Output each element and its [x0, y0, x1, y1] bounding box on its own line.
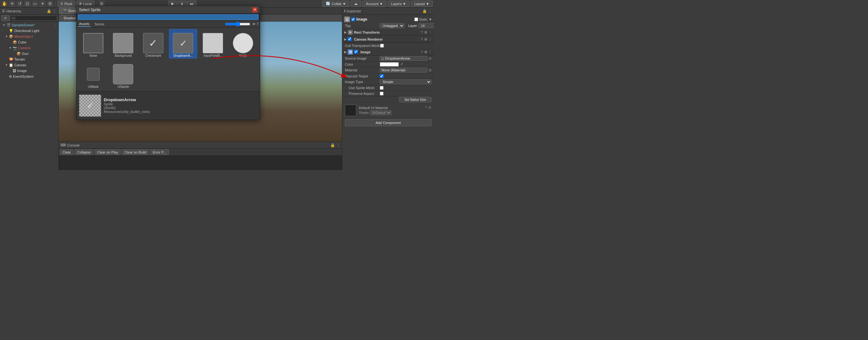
tree-item-eventsystem[interactable]: ⚙ EventSystem [0, 73, 58, 79]
size-slider[interactable] [225, 22, 250, 27]
sprite-mesh-checkbox[interactable] [380, 86, 383, 90]
custom-tool-icon[interactable]: ⚙ [47, 1, 53, 7]
sprite-search-input[interactable] [78, 14, 258, 20]
scene-menu-dots[interactable]: ⋮ [54, 24, 58, 27]
canvas-renderer-settings-icon[interactable]: ⚙ [424, 37, 427, 41]
preserve-checkbox[interactable] [380, 92, 383, 95]
cloud-button[interactable]: ☁ [350, 1, 361, 7]
image-section-checkbox[interactable] [354, 50, 358, 54]
cull-transparent-value [380, 44, 431, 48]
rect-transform-section[interactable]: ▶ ⊞ Rect Transform ? ⚙ ⋮ [342, 29, 434, 36]
tree-item-terrain[interactable]: 🌄 Terrain [0, 57, 58, 62]
console-panel: ⌨ Console 🔒 ⋮ Clear Collapse Clear on Pl… [59, 142, 342, 170]
camera-icon: 📷 [13, 46, 17, 50]
sprite-label-background: Background [115, 54, 132, 57]
material-link-icon[interactable]: ⊙ [429, 68, 431, 72]
raycast-checkbox[interactable] [380, 74, 383, 78]
tree-arrow-canvas: ▼ [5, 63, 9, 67]
color-picker[interactable] [380, 62, 399, 67]
sprite-item-background[interactable]: Background [109, 29, 137, 59]
tree-item-directional-light[interactable]: 💡 Directional Light [0, 28, 58, 34]
clear-button[interactable]: Clear [60, 149, 73, 155]
add-object-button[interactable]: + [1, 15, 9, 21]
dialog-close-button[interactable]: ✕ [252, 7, 257, 12]
rotate-tool-icon[interactable]: ↺ [17, 1, 23, 7]
top-right-controls: 🔄 Collab ▼ ☁ Account ▼ Layers ▼ Layout ▼ [322, 1, 433, 7]
transform-tool-icon[interactable]: ✦ [39, 1, 46, 7]
clear-on-play-button[interactable]: Clear on Play [95, 149, 121, 155]
pivot-button[interactable]: ⊙ Pivot [57, 1, 75, 7]
error-pause-button[interactable]: Error P... [150, 149, 169, 155]
component-enabled-checkbox[interactable] [351, 18, 355, 21]
cull-transparent-checkbox[interactable] [380, 44, 384, 48]
scale-tool-icon[interactable]: ⊡ [24, 1, 30, 7]
sprite-item-none[interactable]: None [79, 29, 107, 59]
sprite-item-dropdownarrow[interactable]: ✓ DropdownA... [169, 29, 197, 59]
rect-actions: ? ⚙ ⋮ [421, 30, 432, 35]
tree-item-cube[interactable]: 📦 Cube [0, 39, 58, 45]
image-settings-icon[interactable]: ⚙ [424, 50, 427, 54]
layer-dropdown[interactable]: UI [418, 23, 434, 28]
image-section-title: Image [361, 50, 371, 54]
layers-button[interactable]: Layers ▼ [388, 1, 410, 7]
canvas-renderer-checkbox[interactable] [348, 37, 351, 41]
rect-more-icon[interactable]: ⋮ [429, 30, 432, 35]
hierarchy-menu-icon[interactable]: ⋮ [53, 9, 57, 13]
canvas-renderer-more-icon[interactable]: ⋮ [429, 37, 432, 41]
material-row: Material None (Material) ⊙ [342, 67, 434, 73]
add-component-button[interactable]: Add Component [345, 119, 431, 126]
image-more-icon[interactable]: ⋮ [429, 50, 432, 54]
clear-on-build-button[interactable]: Clear on Build [122, 149, 149, 155]
tag-dropdown[interactable]: Untagged [380, 23, 404, 28]
source-image-link-icon[interactable]: ⊙ [429, 57, 431, 61]
native-size-button[interactable]: Set Native Size [399, 97, 431, 102]
hierarchy-search[interactable] [10, 16, 57, 21]
canvas-renderer-section[interactable]: ▶ Canvas Renderer ? ⚙ ⋮ [342, 36, 434, 43]
move-tool-icon[interactable]: ✛ [9, 1, 15, 7]
tab-scene[interactable]: Scene [93, 22, 106, 27]
sprite-item-knob[interactable]: Knob [229, 29, 257, 59]
image-type-dropdown[interactable]: Simple [380, 79, 431, 84]
sprite-item-uimask[interactable]: UIMask [79, 60, 107, 90]
tab-assets[interactable]: Assets [78, 21, 91, 27]
image-section-actions: ? ⚙ ⋮ [421, 50, 432, 54]
sprite-item-inputfieldb[interactable]: InputFieldB... [198, 29, 227, 59]
material-preview-section: Default UI Material ? ⚙ Shader UI/Defaul… [342, 103, 434, 117]
material-field[interactable]: None (Material) [380, 67, 427, 73]
material-help-icon[interactable]: ? [425, 105, 427, 110]
layout-button[interactable]: Layout ▼ [411, 1, 433, 7]
collapse-button[interactable]: Collapse [74, 149, 93, 155]
tree-item-samplescene[interactable]: ▼ 🎬 SampleScene* ⋮ [0, 22, 58, 28]
component-image-icon: 🖼 [344, 17, 350, 22]
account-button[interactable]: Account ▼ [362, 1, 386, 7]
collab-button[interactable]: 🔄 Collab ▼ [322, 1, 349, 7]
shader-dropdown[interactable]: UI/Default [370, 111, 392, 115]
static-checkbox[interactable] [414, 18, 418, 21]
rect-tool-icon[interactable]: ▭ [32, 1, 38, 7]
image-help-icon[interactable]: ? [421, 50, 423, 54]
console-menu-icon[interactable]: ⋮ [336, 143, 340, 148]
tree-item-camera[interactable]: ▼ 📷 Camera [0, 45, 58, 51]
canvas-renderer-help-icon[interactable]: ? [421, 37, 423, 41]
image-section[interactable]: ▶ 🖼 Image ? ⚙ ⋮ [342, 49, 434, 56]
sprite-item-checkmark[interactable]: ✓ Checkmark [139, 29, 167, 59]
tree-item-canvas[interactable]: ▼ 📋 Canvas [0, 62, 58, 68]
dialog-header: Select Sprite ✕ [76, 6, 260, 13]
object-icon-mo: 📦 [9, 35, 13, 39]
tree-label-terrain: Terrain [14, 57, 25, 61]
object-icon-gun: 📦 [17, 52, 21, 56]
color-link-icon[interactable]: ↗ [400, 62, 403, 66]
preview-thumbnail: ✓ [79, 94, 101, 117]
rect-help-icon[interactable]: ? [421, 30, 423, 35]
tree-item-gun[interactable]: 📦 Gun [0, 51, 58, 57]
tree-item-image[interactable]: 🖼 Image [0, 68, 58, 73]
material-settings-icon[interactable]: ⚙ [428, 105, 431, 110]
tree-item-moveobject[interactable]: ▼ 📦 MoveObject [0, 34, 58, 39]
rect-settings-icon[interactable]: ⚙ [424, 30, 427, 35]
hand-tool-icon[interactable]: ✋ [1, 1, 8, 7]
rect-icon: ⊞ [348, 30, 353, 35]
sprite-item-uisprite[interactable]: UISprite [109, 60, 137, 90]
source-image-field[interactable]: ◻ DropdownArrow [380, 56, 427, 61]
sep-1 [55, 1, 56, 6]
inspector-menu-icon[interactable]: ⋮ [428, 9, 432, 13]
